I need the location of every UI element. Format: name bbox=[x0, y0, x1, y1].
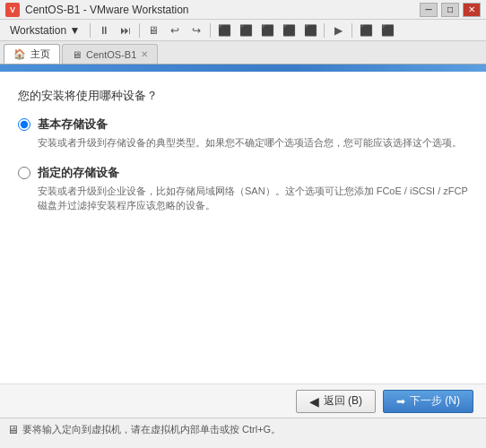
home-icon: 🏠 bbox=[13, 48, 26, 60]
close-button[interactable]: ✕ bbox=[463, 3, 481, 17]
radio-basic-storage[interactable] bbox=[18, 118, 30, 131]
tab-vm-label: CentOS-B1 bbox=[86, 49, 136, 60]
toolbar-separator bbox=[90, 23, 91, 38]
toolbar-vm2-btn[interactable]: ⬛ bbox=[236, 22, 256, 39]
option-basic-storage: 基本存储设备 安装或者升级到存储设备的典型类型。如果您不确定哪个选项适合您，您可… bbox=[18, 116, 468, 151]
toolbar-undo-btn[interactable]: ↩ bbox=[165, 22, 185, 39]
next-icon: ➡ bbox=[396, 395, 405, 408]
toolbar-separator3 bbox=[210, 23, 211, 38]
content-wrapper: 您的安装将使用哪种设备？ 基本存储设备 安装或者升级到存储设备的典型类型。如果您… bbox=[0, 65, 486, 441]
status-bar: 🖥 要将输入定向到虚拟机，请在虚拟机内部单击或按 Ctrl+G。 bbox=[0, 418, 486, 441]
back-arrow-icon: ◀ bbox=[309, 394, 319, 409]
toolbar-play-btn[interactable]: ▶ bbox=[328, 22, 348, 39]
status-icon: 🖥 bbox=[7, 423, 19, 436]
toolbar-separator2 bbox=[139, 23, 140, 38]
window-controls: ─ □ ✕ bbox=[420, 3, 481, 17]
workstation-menu[interactable]: Workstation ▼ bbox=[4, 22, 86, 39]
tab-close-icon[interactable]: ✕ bbox=[141, 49, 148, 59]
next-label: 下一步 (N) bbox=[410, 393, 460, 409]
maximize-button[interactable]: □ bbox=[441, 3, 459, 17]
tab-home[interactable]: 🏠 主页 bbox=[4, 44, 60, 64]
toolbar-separator5 bbox=[351, 23, 352, 38]
option2-title: 指定的存储设备 bbox=[38, 165, 468, 181]
toolbar-vm3-btn[interactable]: ⬛ bbox=[257, 22, 277, 39]
toolbar-screen-btn[interactable]: 🖥 bbox=[143, 22, 163, 39]
option1-title: 基本存储设备 bbox=[38, 116, 462, 133]
option2-content: 指定的存储设备 安装或者升级到企业设备，比如存储局域网络（SAN）。这个选项可让… bbox=[38, 165, 468, 213]
back-button[interactable]: ◀ 返回 (B) bbox=[296, 390, 376, 413]
progress-banner bbox=[0, 65, 486, 72]
toolbar-step-btn[interactable]: ⏭ bbox=[116, 22, 135, 39]
tab-vm[interactable]: 🖥 CentOS-B1 ✕ bbox=[62, 44, 158, 64]
toolbar-extra2-btn[interactable]: ⬛ bbox=[378, 22, 397, 39]
menu-bar: Workstation ▼ ⏸ ⏭ 🖥 ↩ ↪ ⬛ ⬛ ⬛ ⬛ ⬛ ▶ ⬛ ⬛ bbox=[0, 20, 486, 41]
toolbar-redo-btn[interactable]: ↪ bbox=[187, 22, 206, 39]
title-bar-left: V CentOS-B1 - VMware Workstation bbox=[5, 3, 189, 17]
option1-desc: 安装或者升级到存储设备的典型类型。如果您不确定哪个选项适合您，您可能应该选择这个… bbox=[38, 135, 462, 151]
radio-specified-storage[interactable] bbox=[18, 167, 30, 179]
toolbar-extra-btn[interactable]: ⬛ bbox=[356, 22, 376, 39]
toolbar-vm4-btn[interactable]: ⬛ bbox=[279, 22, 299, 39]
toolbar-vm5-btn[interactable]: ⬛ bbox=[300, 22, 320, 39]
nav-buttons: ◀ 返回 (B) ➡ 下一步 (N) bbox=[0, 383, 486, 418]
back-label: 返回 (B) bbox=[324, 393, 362, 409]
tab-home-label: 主页 bbox=[30, 47, 50, 61]
status-text: 要将输入定向到虚拟机，请在虚拟机内部单击或按 Ctrl+G。 bbox=[22, 423, 281, 436]
option1-content: 基本存储设备 安装或者升级到存储设备的典型类型。如果您不确定哪个选项适合您，您可… bbox=[38, 116, 462, 151]
title-bar: V CentOS-B1 - VMware Workstation ─ □ ✕ bbox=[0, 0, 486, 20]
option-specified-storage: 指定的存储设备 安装或者升级到企业设备，比如存储局域网络（SAN）。这个选项可让… bbox=[18, 165, 468, 213]
main-content: 您的安装将使用哪种设备？ 基本存储设备 安装或者升级到存储设备的典型类型。如果您… bbox=[0, 72, 486, 383]
minimize-button[interactable]: ─ bbox=[420, 3, 438, 17]
option-group: 基本存储设备 安装或者升级到存储设备的典型类型。如果您不确定哪个选项适合您，您可… bbox=[18, 116, 468, 213]
toolbar-vm1-btn[interactable]: ⬛ bbox=[214, 22, 234, 39]
question-text: 您的安装将使用哪种设备？ bbox=[18, 88, 468, 104]
window-title: CentOS-B1 - VMware Workstation bbox=[25, 4, 189, 16]
toolbar-separator4 bbox=[324, 23, 325, 38]
toolbar-pause-btn[interactable]: ⏸ bbox=[94, 22, 114, 39]
tab-bar: 🏠 主页 🖥 CentOS-B1 ✕ bbox=[0, 41, 486, 65]
option2-desc: 安装或者升级到企业设备，比如存储局域网络（SAN）。这个选项可让您添加 FCoE… bbox=[38, 184, 468, 213]
next-button[interactable]: ➡ 下一步 (N) bbox=[383, 390, 473, 413]
vm-icon: 🖥 bbox=[72, 49, 82, 60]
app-icon: V bbox=[5, 3, 20, 17]
